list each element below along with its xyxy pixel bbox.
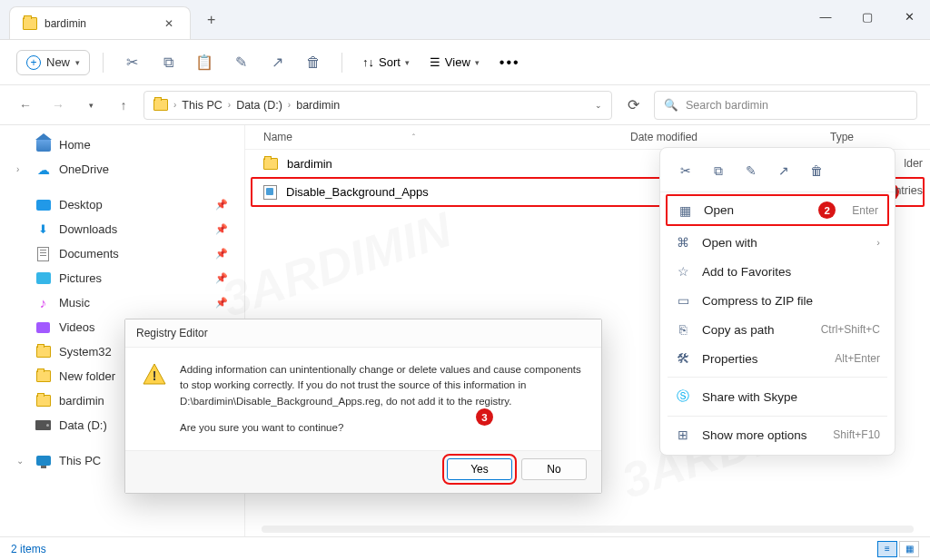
context-label: Share with Skype: [702, 390, 797, 404]
crumb-drive[interactable]: Data (D:): [236, 99, 282, 112]
reg-file-icon: [263, 185, 277, 200]
maximize-button[interactable]: ▢: [846, 0, 888, 33]
new-label: New: [46, 55, 70, 69]
yes-button[interactable]: Yes: [447, 458, 512, 480]
delete-icon[interactable]: 🗑: [298, 47, 329, 78]
desktop-icon: [36, 200, 51, 211]
context-openwith[interactable]: ⌘ Open with ›: [660, 228, 895, 257]
column-name[interactable]: Name ˆ: [263, 131, 630, 143]
sidebar-label: Downloads: [59, 222, 117, 236]
context-favorites[interactable]: ☆ Add to Favorites: [660, 257, 895, 286]
registry-dialog: Registry Editor ! Adding information can…: [124, 319, 602, 494]
crumb-folder[interactable]: bardimin: [296, 99, 340, 112]
pin-icon: 📌: [215, 199, 228, 211]
dialog-p1: Adding information can unintentionally c…: [180, 362, 585, 409]
warning-icon: !: [142, 362, 167, 386]
copy-icon[interactable]: ⧉: [153, 47, 183, 78]
separator: [341, 53, 342, 73]
folder-icon: [263, 158, 278, 170]
sidebar-item-documents[interactable]: Documents 📌: [0, 241, 244, 266]
sort-indicator-icon: ˆ: [412, 133, 415, 142]
chevron-down-icon: ▾: [475, 58, 480, 67]
sort-button[interactable]: ↑↓ Sort ▾: [355, 52, 417, 73]
minimize-button[interactable]: —: [805, 0, 846, 33]
context-copypath[interactable]: ⎘ Copy as path Ctrl+Shift+C: [660, 315, 895, 344]
copy-icon[interactable]: ⧉: [704, 157, 733, 184]
context-label: Open: [704, 203, 734, 217]
new-button[interactable]: + New ▾: [16, 50, 90, 75]
forward-button[interactable]: →: [45, 93, 71, 118]
view-label: View: [445, 55, 470, 69]
sidebar-label: Pictures: [59, 271, 102, 285]
crumb-thispc[interactable]: This PC: [182, 99, 222, 112]
tab-bardimin[interactable]: bardimin ✕: [9, 6, 191, 39]
share-icon[interactable]: ↗: [769, 157, 798, 184]
sidebar-item-pictures[interactable]: Pictures 📌: [0, 266, 244, 290]
sidebar-label: bardimin: [59, 394, 104, 408]
no-button[interactable]: No: [521, 458, 587, 480]
back-button[interactable]: ←: [13, 93, 38, 118]
rename-icon[interactable]: ✎: [225, 47, 256, 78]
sidebar-item-downloads[interactable]: ⬇ Downloads 📌: [0, 217, 244, 241]
sidebar-item-home[interactable]: Home: [0, 133, 244, 157]
context-compress[interactable]: ▭ Compress to ZIP file: [660, 286, 895, 315]
chevron-right-icon: ›: [173, 100, 176, 110]
close-button[interactable]: ✕: [888, 0, 930, 33]
sidebar-item-music[interactable]: ♪ Music 📌: [0, 290, 244, 315]
new-tab-button[interactable]: +: [200, 8, 223, 32]
separator: [668, 416, 887, 417]
drive-icon: [35, 420, 51, 430]
folder-icon: [36, 346, 51, 358]
properties-icon: 🛠: [675, 351, 691, 366]
titlebar: bardimin ✕ + — ▢ ✕: [0, 0, 930, 40]
view-button[interactable]: ☰ View ▾: [422, 52, 487, 73]
close-tab-icon[interactable]: ✕: [161, 15, 177, 32]
rename-icon[interactable]: ✎: [737, 157, 766, 184]
recent-button[interactable]: ▾: [78, 93, 104, 118]
scrollbar[interactable]: [262, 526, 914, 533]
download-icon: ⬇: [35, 221, 51, 237]
sort-icon: ↑↓: [362, 55, 374, 69]
dialog-title: Registry Editor: [125, 319, 601, 348]
share-icon[interactable]: ↗: [262, 47, 292, 78]
type-text-folder: lder: [904, 157, 923, 170]
copypath-icon: ⎘: [675, 322, 691, 337]
view-icon: ☰: [430, 55, 440, 69]
music-icon: ♪: [35, 295, 51, 310]
context-hint: Ctrl+Shift+C: [821, 323, 880, 336]
context-properties[interactable]: 🛠 Properties Alt+Enter: [660, 344, 895, 373]
chevron-right-icon: ›: [876, 237, 880, 248]
search-input[interactable]: 🔍 Search bardimin: [654, 91, 917, 120]
status-text: 2 items: [11, 543, 46, 555]
context-open[interactable]: ▦ Open 2 Enter: [666, 194, 889, 226]
refresh-button[interactable]: ⟳: [619, 92, 647, 119]
delete-icon[interactable]: 🗑: [802, 157, 831, 184]
context-skype[interactable]: Ⓢ Share with Skype: [660, 381, 895, 412]
search-icon: 🔍: [664, 98, 678, 112]
home-icon: [36, 139, 51, 152]
address-bar[interactable]: › This PC › Data (D:) › bardimin ⌄: [143, 91, 612, 120]
context-label: Show more options: [702, 428, 807, 442]
sort-label: Sort: [379, 55, 401, 69]
window-controls: — ▢ ✕: [805, 0, 930, 33]
callout-2: 2: [818, 201, 836, 219]
navbar: ← → ▾ ↑ › This PC › Data (D:) › bardimin…: [0, 85, 930, 125]
openwith-icon: ⌘: [675, 235, 691, 250]
chevron-down-icon[interactable]: ⌄: [595, 101, 602, 110]
up-button[interactable]: ↑: [111, 93, 136, 118]
column-type[interactable]: Type: [830, 131, 912, 143]
more-button[interactable]: •••: [492, 51, 528, 74]
dialog-buttons: Yes No: [125, 450, 601, 493]
context-menu: ✂ ⧉ ✎ ↗ 🗑 ▦ Open 2 Enter ⌘ Open with › ☆…: [659, 147, 895, 456]
context-moreoptions[interactable]: ⊞ Show more options Shift+F10: [660, 420, 895, 449]
cut-icon[interactable]: ✂: [116, 47, 147, 78]
sidebar-item-onedrive[interactable]: › ☁ OneDrive: [0, 157, 244, 182]
column-date[interactable]: Date modified: [630, 131, 830, 143]
details-view-button[interactable]: ≡: [877, 541, 897, 557]
sidebar-item-desktop[interactable]: Desktop 📌: [0, 192, 244, 217]
context-hint: Enter: [852, 204, 878, 217]
paste-icon[interactable]: 📋: [189, 47, 220, 78]
cut-icon[interactable]: ✂: [671, 157, 700, 184]
context-label: Open with: [702, 236, 757, 250]
thumbnails-view-button[interactable]: ▦: [899, 541, 919, 557]
